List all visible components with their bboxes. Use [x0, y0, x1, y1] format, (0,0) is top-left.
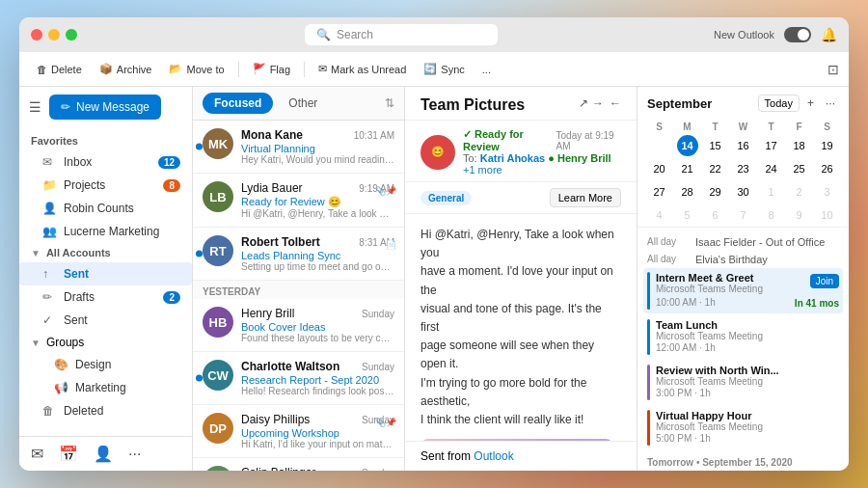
calendar-month: September	[647, 96, 754, 111]
email-item-daisy[interactable]: DP Daisy Phillips Sunday Upcoming Worksh…	[193, 405, 404, 458]
cal-day-8[interactable]: 8	[761, 204, 782, 226]
chevron-down-icon: ▼	[31, 248, 41, 258]
yesterday-divider: Yesterday	[193, 281, 404, 299]
cal-day-1[interactable]: 1	[761, 181, 782, 203]
email-icons-robert: 📄	[386, 237, 396, 251]
sidebar-item-projects[interactable]: 📁 Projects 8	[19, 174, 192, 197]
sidebar-item-deleted[interactable]: 🗑 Deleted	[19, 399, 192, 422]
close-btn[interactable]	[31, 29, 42, 41]
search-icon: 🔍	[316, 28, 331, 41]
cal-day-29[interactable]: 29	[705, 181, 726, 203]
cal-day-5[interactable]: 5	[677, 204, 698, 226]
cal-day-20[interactable]: 20	[649, 158, 670, 179]
groups-section[interactable]: ▼ Groups	[19, 332, 192, 353]
cal-day-26[interactable]: 26	[817, 158, 838, 179]
cal-day-27[interactable]: 27	[649, 181, 670, 203]
email-icons-lydia: 📎📌	[375, 183, 396, 197]
mark-unread-button[interactable]: ✉ Mark as Unread	[311, 59, 414, 79]
cal-day-3[interactable]: 3	[817, 181, 838, 203]
cal-day-16[interactable]: 16	[733, 135, 754, 156]
cal-event-happy-hour[interactable]: Virtual Happy Hour Microsoft Teams Meeti…	[643, 406, 843, 449]
cal-day-28[interactable]: 28	[677, 181, 698, 203]
cal-day-7[interactable]: 7	[733, 204, 754, 226]
cal-day-21[interactable]: 21	[677, 158, 698, 179]
cal-day-6[interactable]: 6	[705, 204, 726, 226]
ready-for-review-badge: ✓ Ready for Review	[463, 128, 551, 152]
inbox-icon: ✉	[42, 155, 56, 169]
person-icon: 👤	[42, 202, 56, 215]
tab-other[interactable]: Other	[277, 93, 329, 114]
cal-day-18[interactable]: 18	[789, 135, 810, 156]
notification-icon[interactable]: 🔔	[821, 27, 837, 42]
cal-day-22[interactable]: 22	[705, 158, 726, 179]
from-avatar: 😊	[420, 135, 455, 170]
all-accounts-label: All Accounts	[46, 247, 111, 258]
cal-day-17[interactable]: 17	[761, 135, 782, 156]
email-item-colin[interactable]: CB Colin Ballinger Sunday Hi Katri, I'd …	[193, 458, 404, 471]
reading-nav-next[interactable]: →	[592, 96, 604, 110]
new-outlook-toggle[interactable]	[784, 27, 811, 42]
cal-day-4[interactable]: 4	[649, 204, 670, 226]
sidebar-item-drafts[interactable]: ✏ Drafts 2	[19, 285, 192, 309]
delete-button[interactable]: 🗑 Delete	[29, 60, 90, 79]
maximize-btn[interactable]	[66, 29, 77, 41]
moveto-icon: 📂	[169, 63, 182, 75]
cal-day-15[interactable]: 15	[705, 135, 726, 156]
archive-button[interactable]: 📦 Archive	[92, 59, 160, 79]
minimize-btn[interactable]	[48, 29, 60, 41]
reading-pane-toggle[interactable]: ⊡	[827, 62, 839, 77]
cal-day-24[interactable]: 24	[761, 158, 782, 179]
more-dots-icon[interactable]: ···	[128, 446, 141, 463]
sidebar-item-design[interactable]: 🎨 Design	[19, 353, 192, 376]
cal-day-10[interactable]: 10	[817, 204, 838, 226]
sidebar-item-sent-active[interactable]: ↑ Sent	[19, 262, 192, 285]
cal-event-robin-katri[interactable]: 1:1 Robin / Katri Microsoft Teams Meetin…	[643, 470, 843, 471]
tomorrow-label: Tomorrow • September 15, 2020	[643, 451, 843, 470]
reading-pane: ← → ↗ Team Pictures 😊 ✓ Ready for Review…	[405, 87, 637, 471]
chevron-icon: ▼	[31, 338, 41, 348]
new-message-button[interactable]: ✏ New Message	[49, 95, 161, 120]
reading-nav-expand[interactable]: ↗	[579, 96, 588, 110]
email-sort[interactable]: ⇅	[385, 96, 394, 110]
email-item-mona[interactable]: MK Mona Kane 10:31 AM Virtual Planning H…	[193, 121, 404, 174]
calendar-icon[interactable]: 📅	[59, 445, 78, 463]
join-button-intern[interactable]: Join	[810, 274, 839, 288]
email-item-lydia[interactable]: LB Lydia Bauer 9:19 AM Ready for Review …	[193, 174, 404, 228]
cal-event-review[interactable]: Review with North Win... Microsoft Teams…	[643, 361, 843, 404]
mail-icon[interactable]: ✉	[31, 445, 43, 463]
email-item-robert[interactable]: RT Robert Tolbert 8:31 AM Leads Planning…	[193, 228, 404, 281]
reading-nav-prev[interactable]: ←	[610, 96, 621, 110]
email-item-henry[interactable]: HB Henry Brill Sunday Book Cover Ideas F…	[193, 299, 404, 352]
cal-day-2[interactable]: 2	[789, 181, 810, 203]
outlook-link[interactable]: Outlook	[474, 449, 513, 463]
cal-nav-add[interactable]: +	[803, 95, 818, 112]
learn-more-button[interactable]: Learn More	[550, 188, 621, 207]
cal-day-14[interactable]: 14	[677, 135, 698, 156]
sidebar-item-sent2[interactable]: ✓ Sent	[19, 309, 192, 332]
sidebar-item-robin[interactable]: 👤 Robin Counts	[19, 197, 192, 220]
move-to-button[interactable]: 📂 Move to	[161, 59, 231, 79]
all-accounts-section[interactable]: ▼ All Accounts	[19, 243, 192, 262]
cal-day-30[interactable]: 30	[733, 181, 754, 203]
cal-nav-more[interactable]: ···	[822, 95, 839, 112]
email-item-charlotte[interactable]: CW Charlotte Waltson Sunday Research Rep…	[193, 352, 404, 405]
sync-button[interactable]: 🔄 Sync	[416, 59, 472, 79]
cal-day-19[interactable]: 19	[817, 135, 838, 156]
cal-event-intern[interactable]: Intern Meet & Greet Microsoft Teams Meet…	[643, 268, 843, 313]
in-41-mos: In 41 mos	[795, 298, 839, 309]
cal-day-23[interactable]: 23	[733, 158, 754, 179]
search-box[interactable]: 🔍 Search	[305, 24, 498, 45]
contacts-icon[interactable]: 👤	[94, 445, 113, 463]
flag-button[interactable]: 🚩 Flag	[245, 59, 298, 79]
sidebar-item-inbox[interactable]: ✉ Inbox 12	[19, 150, 192, 174]
sidebar-item-lucerne[interactable]: 👥 Lucerne Marketing	[19, 220, 192, 243]
today-button[interactable]: Today	[758, 95, 800, 112]
cal-day-25[interactable]: 25	[789, 158, 810, 179]
cal-day[interactable]	[649, 135, 670, 156]
tab-focused[interactable]: Focused	[203, 93, 273, 114]
more-button[interactable]: ...	[475, 60, 499, 79]
sidebar-item-marketing[interactable]: 📢 Marketing	[19, 376, 192, 399]
cal-day-9[interactable]: 9	[789, 204, 810, 226]
hamburger-icon[interactable]: ☰	[29, 99, 41, 115]
cal-event-team-lunch[interactable]: Team Lunch Microsoft Teams Meeting 12:00…	[643, 315, 843, 359]
